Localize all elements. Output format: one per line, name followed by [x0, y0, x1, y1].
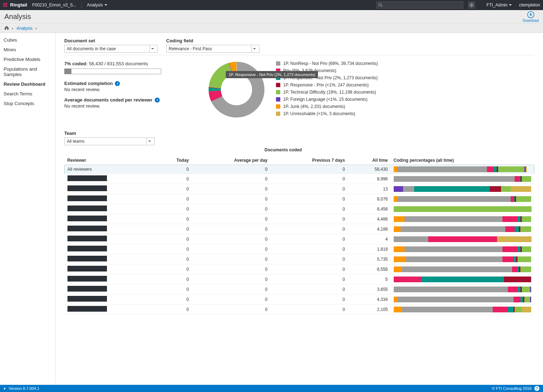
table-row[interactable]: 0005,735 — [65, 254, 534, 264]
col-header[interactable]: All time — [348, 156, 390, 165]
settings-button[interactable] — [468, 1, 475, 9]
svg-point-11 — [471, 4, 472, 6]
sidebar-item[interactable]: Mines — [0, 45, 55, 55]
codingfield-select[interactable]: Relevance - First Pass — [166, 45, 259, 53]
chart-legend: 1P. NonResp - Not Priv (68%, 39,734 docu… — [276, 61, 378, 118]
col-header[interactable]: Coding percentages (all time) — [391, 156, 534, 165]
sidebar: CubesMinesPredictive ModelsPopulations a… — [0, 33, 56, 385]
svg-rect-2 — [6, 3, 7, 4]
value-cell: 58,430 — [348, 165, 390, 174]
info-icon[interactable]: i — [115, 81, 120, 86]
table-row[interactable]: 0008,996 — [65, 174, 534, 184]
svg-point-29 — [224, 77, 249, 102]
value-cell: 0 — [155, 274, 192, 284]
home-icon[interactable] — [4, 25, 9, 31]
legend-item[interactable]: 1P. NonResp - Not Priv (68%, 39,734 docu… — [276, 61, 378, 66]
download-button[interactable]: Download — [523, 11, 539, 23]
value-cell: 0 — [155, 254, 192, 264]
legend-item[interactable]: 1P. Responsive - Priv (<1%, 247 document… — [276, 82, 378, 88]
table-row[interactable]: 0004 — [65, 234, 534, 244]
value-cell: 4,334 — [348, 294, 390, 304]
svg-point-9 — [379, 3, 381, 6]
table-row[interactable]: 0004,188 — [65, 224, 534, 234]
col-header[interactable]: Average per day — [192, 156, 270, 165]
reviewer-cell — [65, 224, 155, 234]
svg-rect-8 — [6, 6, 7, 7]
topbar: Ringtail F00210_Enron_v3_S... Analysis F… — [0, 0, 543, 10]
col-header[interactable]: Today — [155, 156, 192, 165]
value-cell: 0 — [155, 165, 192, 174]
value-cell: 0 — [192, 184, 270, 194]
value-cell: 2,105 — [348, 304, 390, 315]
coding-bar-cell — [391, 274, 534, 284]
app-logo[interactable]: Ringtail — [3, 2, 27, 8]
legend-label: 1P. Responsive - Priv (<1%, 247 document… — [283, 82, 369, 88]
analysis-menu[interactable]: Analysis — [87, 3, 107, 8]
value-cell: 0 — [270, 234, 348, 244]
table-row[interactable]: All reviewers00058,430 — [65, 165, 534, 174]
chevron-icon: ▸ — [12, 26, 14, 30]
svg-rect-1 — [5, 3, 6, 4]
value-cell: 0 — [270, 284, 348, 294]
value-cell: 0 — [192, 165, 270, 174]
col-header[interactable]: Reviewer — [65, 156, 155, 165]
avg-docs-val: No recent review. — [64, 103, 193, 109]
legend-label: 1P. Technical Difficulty (19%, 11,198 do… — [283, 90, 376, 95]
sidebar-item[interactable]: Cubes — [0, 35, 55, 45]
value-cell: 0 — [192, 224, 270, 234]
codingfield-label: Coding field — [166, 38, 259, 43]
sidebar-item[interactable]: Review Dashboard — [0, 79, 55, 89]
table-row[interactable]: 0006,556 — [65, 264, 534, 274]
chevron-down-icon — [149, 45, 155, 52]
estimated-completion-head: Estimated completion — [64, 81, 113, 86]
value-cell: 8,458 — [348, 204, 390, 214]
sidebar-item[interactable]: Populations and Samples — [0, 64, 55, 79]
codingfield-value: Relevance - First Pass — [169, 46, 212, 51]
table-row[interactable]: 0004,334 — [65, 294, 534, 304]
search-icon — [378, 3, 383, 8]
value-cell: 0 — [155, 304, 192, 315]
value-cell: 0 — [270, 165, 348, 174]
crumb-analysis[interactable]: Analysis — [17, 26, 33, 31]
table-row[interactable]: 0002,105 — [65, 304, 534, 315]
coding-bar-cell — [391, 194, 534, 204]
table-row[interactable]: 0004,486 — [65, 214, 534, 224]
table-row[interactable]: 0008,458 — [65, 204, 534, 214]
value-cell: 0 — [155, 264, 192, 274]
value-cell: 6,556 — [348, 264, 390, 274]
sidebar-item[interactable]: Stop Concepts — [0, 99, 55, 108]
value-cell: 8,076 — [348, 194, 390, 204]
user-secondary[interactable]: ctempleton — [519, 3, 540, 8]
table-row[interactable]: 0008,076 — [65, 194, 534, 204]
subheader: Analysis Download — [0, 10, 543, 24]
table-row[interactable]: 0001,819 — [65, 244, 534, 254]
col-header[interactable]: Previous 7 days — [270, 156, 348, 165]
sidebar-item[interactable]: Predictive Models — [0, 55, 55, 64]
search-input[interactable] — [377, 2, 463, 8]
legend-item[interactable]: 1P. Unresolvable (<1%, 3 documents) — [276, 111, 378, 116]
table-row[interactable]: 0003,655 — [65, 284, 534, 294]
legend-item[interactable]: 1P. Technical Difficulty (19%, 11,198 do… — [276, 90, 378, 95]
value-cell: 5,735 — [348, 254, 390, 264]
value-cell: 0 — [155, 284, 192, 294]
team-select[interactable]: All teams — [64, 137, 155, 145]
value-cell: 0 — [155, 234, 192, 244]
value-cell: 0 — [155, 224, 192, 234]
value-cell: 0 — [270, 224, 348, 234]
legend-item[interactable]: 1P. Junk (4%, 2,331 documents) — [276, 104, 378, 109]
value-cell: 4,188 — [348, 224, 390, 234]
svg-rect-0 — [3, 3, 4, 4]
donut-chart: 1P. Responsive - Not Priv (2%, 1,273 doc… — [208, 61, 378, 118]
legend-item[interactable]: 1P. Foreign Language (<1%, 15 documents) — [276, 97, 378, 102]
value-cell: 0 — [192, 264, 270, 274]
table-row[interactable]: 0005 — [65, 274, 534, 284]
docset-select[interactable]: All documents in the case — [64, 45, 158, 53]
legend-swatch — [276, 104, 280, 109]
value-cell: 5 — [348, 274, 390, 284]
user-menu[interactable]: FTI_Admin — [487, 3, 512, 8]
project-name[interactable]: F00210_Enron_v3_S... — [32, 3, 76, 8]
reviewer-cell: All reviewers — [65, 165, 155, 174]
table-row[interactable]: 00013 — [65, 184, 534, 194]
info-icon[interactable]: i — [155, 98, 160, 103]
sidebar-item[interactable]: Search Terms — [0, 89, 55, 99]
